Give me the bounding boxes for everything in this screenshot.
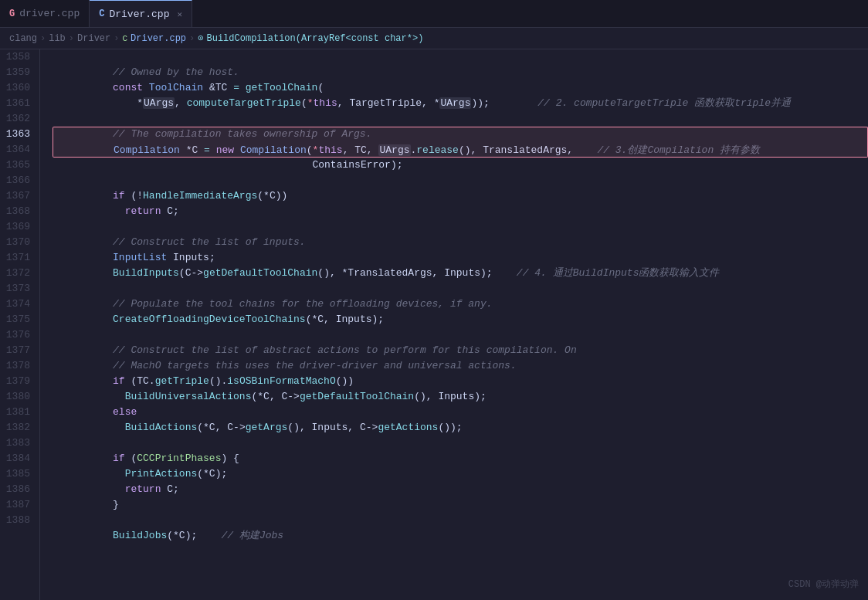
line-num-1359: 1359 — [0, 65, 30, 80]
line-num-1368: 1368 — [0, 204, 30, 219]
line-num-1375: 1375 — [0, 312, 30, 327]
breadcrumb-sep-2: › — [69, 33, 74, 44]
tab-Driver-cpp[interactable]: C Driver.cpp ✕ — [90, 0, 192, 27]
line-num-1378: 1378 — [0, 358, 30, 374]
line-num-1370: 1370 — [0, 235, 30, 250]
line-num-1373: 1373 — [0, 281, 30, 297]
line-num-1358: 1358 — [0, 49, 30, 65]
tab-icon-driver: G — [9, 8, 15, 19]
line-num-1363: 1363 — [0, 127, 30, 142]
line-num-1386: 1386 — [0, 482, 30, 497]
line-num-1366: 1366 — [0, 173, 30, 188]
code-line-1383: if (CCCPrintPhases) { — [53, 436, 868, 451]
breadcrumb-sep-1: › — [40, 33, 46, 44]
tab-label-Driver: Driver.cpp — [109, 8, 169, 20]
code-line-1358: // Owned by the host. — [53, 49, 868, 65]
line-num-1379: 1379 — [0, 374, 30, 389]
line-num-1376: 1376 — [0, 327, 30, 343]
crumb-file[interactable]: Driver.cpp — [131, 33, 186, 44]
code-line-1362: // The compilation takes ownership of Ar… — [53, 111, 868, 127]
line-num-1388: 1388 — [0, 513, 30, 528]
line-num-1367: 1367 — [0, 188, 30, 204]
line-num-1387: 1387 — [0, 497, 30, 513]
line-num-1360: 1360 — [0, 80, 30, 96]
crumb-file-icon: C — [122, 34, 127, 43]
tab-label-driver: driver.cpp — [19, 8, 80, 19]
line-num-1371: 1371 — [0, 250, 30, 266]
line-num-1383: 1383 — [0, 436, 30, 451]
crumb-Driver[interactable]: Driver — [77, 33, 110, 44]
tab-close-button[interactable]: ✕ — [177, 9, 182, 19]
breadcrumb: clang › lib › Driver › C Driver.cpp › ⊙ … — [0, 28, 868, 49]
code-line-1387 — [53, 497, 868, 513]
code-line-1366: if (!HandleImmediateArgs(*C)) — [53, 173, 868, 188]
line-num-1362: 1362 — [0, 111, 30, 127]
line-num-1365: 1365 — [0, 158, 30, 173]
tab-bar: G driver.cpp C Driver.cpp ✕ — [0, 0, 868, 28]
crumb-lib[interactable]: lib — [49, 33, 66, 44]
line-num-1377: 1377 — [0, 343, 30, 358]
tab-driver-cpp[interactable]: G driver.cpp — [0, 0, 90, 27]
line-num-1372: 1372 — [0, 266, 30, 281]
code-area: 1358 1359 1360 1361 1362 1363 1364 1365 … — [0, 49, 868, 600]
code-line-1381: BuildActions(*C, C->getArgs(), Inputs, C… — [53, 405, 868, 420]
code-line-1363: Compilation *C = new Compilation(*this, … — [53, 127, 868, 142]
line-num-1364: 1364 — [0, 142, 30, 158]
line-numbers: 1358 1359 1360 1361 1362 1363 1364 1365 … — [0, 49, 40, 600]
watermark: CSDN @动弹动弹 — [788, 578, 859, 591]
code-line-1376: // Construct the list of abstract action… — [53, 327, 868, 343]
code-line-1373: // Populate the tool chains for the offl… — [53, 281, 868, 297]
crumb-function[interactable]: BuildCompilation(ArrayRef<const char*>) — [207, 33, 424, 44]
tab-icon-Driver: C — [99, 8, 104, 19]
line-num-1380: 1380 — [0, 389, 30, 405]
line-num-1369: 1369 — [0, 219, 30, 235]
code-line-1364: ContainsError); — [53, 142, 868, 158]
breadcrumb-sep-3: › — [114, 33, 119, 44]
line-num-1382: 1382 — [0, 420, 30, 436]
crumb-func-icon: ⊙ — [198, 32, 203, 44]
crumb-clang[interactable]: clang — [9, 33, 37, 44]
code-content: // Owned by the host. const ToolChain &T… — [40, 49, 868, 600]
line-num-1384: 1384 — [0, 451, 30, 466]
line-num-1381: 1381 — [0, 405, 30, 420]
breadcrumb-sep-4: › — [189, 33, 195, 44]
line-num-1374: 1374 — [0, 297, 30, 312]
code-line-1369: // Construct the list of inputs. — [53, 219, 868, 235]
code-line-1388: BuildJobs(*C); // 构建Jobs — [53, 513, 868, 528]
line-num-1385: 1385 — [0, 466, 30, 482]
line-num-1361: 1361 — [0, 96, 30, 111]
